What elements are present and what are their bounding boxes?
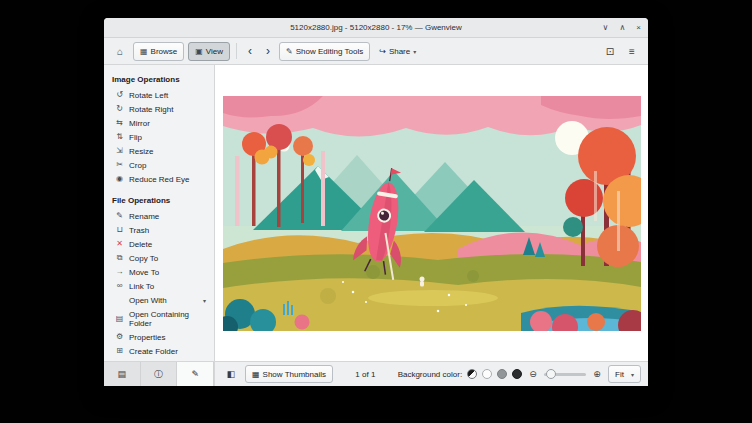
close-icon[interactable]: × — [636, 24, 641, 32]
select-region-button[interactable]: ⊡ — [601, 42, 619, 61]
link-icon: ∞ — [115, 282, 124, 290]
sidebar-item-label: Rotate Right — [129, 105, 173, 114]
show-editing-tools-button[interactable]: ✎ Show Editing Tools — [279, 42, 370, 61]
show-thumbnails-button[interactable]: ▦ Show Thumbnails — [245, 365, 333, 383]
thumbnails-grid-icon: ▦ — [252, 370, 260, 379]
background-swatch-gray[interactable] — [497, 369, 507, 379]
flip-icon: ⇅ — [115, 133, 124, 141]
zoom-out-icon[interactable]: ⊖ — [527, 369, 539, 379]
minimize-icon[interactable]: ∨ — [603, 24, 609, 32]
sidebar-item-label: Properties — [129, 333, 165, 342]
operations-sidebar: Image Operations ↺ Rotate Left ↻ Rotate … — [104, 65, 215, 361]
info-tab-icon: ⓘ — [154, 368, 163, 381]
sidebar-item-label: Rename — [129, 212, 159, 221]
move-icon: → — [115, 268, 124, 276]
zoom-in-icon[interactable]: ⊕ — [591, 369, 603, 379]
back-button[interactable]: ‹ — [243, 42, 257, 61]
crop-icon: ✂ — [115, 161, 124, 169]
status-bar: ◧ ▦ Show Thumbnails 1 of 1 Background co… — [215, 362, 648, 386]
share-button[interactable]: ↪ Share ▾ — [374, 42, 421, 61]
sidebar-item-create-folder[interactable]: ⊞ Create Folder — [104, 344, 214, 358]
sidebar-item-label: Crop — [129, 161, 146, 170]
sidebar-item-open-with[interactable]: Open With ▾ — [104, 293, 214, 307]
sidebar-item-link-to[interactable]: ∞ Link To — [104, 279, 214, 293]
background-swatch-dark[interactable] — [512, 369, 522, 379]
copy-icon: ⧉ — [115, 254, 124, 262]
toolbar: ⌂ ▦ Browse ▣ View ‹ › ✎ Show Editing Too… — [104, 38, 648, 65]
sidebar-item-rotate-right[interactable]: ↻ Rotate Right — [104, 102, 214, 116]
sidebar-item-label: Open With — [129, 296, 167, 305]
show-thumbnails-label: Show Thumbnails — [263, 370, 326, 379]
show-editing-tools-label: Show Editing Tools — [296, 47, 363, 56]
sidebar-item-label: Create Folder — [129, 347, 178, 356]
sidebar-item-flip[interactable]: ⇅ Flip — [104, 130, 214, 144]
hamburger-menu-icon: ≡ — [629, 46, 635, 57]
rotate-right-icon: ↻ — [115, 105, 124, 113]
forward-button[interactable]: › — [261, 42, 275, 61]
background-color-label: Background color: — [398, 370, 462, 379]
folder-tab-icon: ▤ — [118, 369, 127, 379]
maximize-icon[interactable]: ∧ — [619, 24, 625, 32]
image-viewer-canvas[interactable] — [215, 65, 648, 361]
sidebar-item-label: Copy To — [129, 254, 158, 263]
zoom-mode-value: Fit — [615, 370, 624, 379]
forward-icon: › — [266, 44, 270, 58]
bottom-bar: ▤ ⓘ ✎ ◧ ▦ Show Thumbnails 1 of 1 Backgro… — [104, 361, 648, 386]
zoom-slider[interactable] — [544, 373, 586, 376]
file-operations-header: File Operations — [104, 193, 214, 209]
mirror-icon: ⇆ — [115, 119, 124, 127]
folder-icon: ▤ — [115, 315, 124, 323]
hamburger-menu-button[interactable]: ≡ — [623, 42, 641, 61]
tab-information[interactable]: ⓘ — [141, 362, 178, 386]
toggle-sidebar-button[interactable]: ◧ — [222, 365, 240, 383]
sidebar-item-open-containing-folder[interactable]: ▤ Open Containing Folder — [104, 307, 214, 330]
gear-icon: ⚙ — [115, 333, 124, 341]
sidebar-item-reduce-red-eye[interactable]: ◉ Reduce Red Eye — [104, 172, 214, 186]
edit-tab-icon: ✎ — [191, 369, 199, 379]
background-swatch-light[interactable] — [482, 369, 492, 379]
sidebar-item-trash[interactable]: ⊔ Trash — [104, 223, 214, 237]
sidebar-item-mirror[interactable]: ⇆ Mirror — [104, 116, 214, 130]
share-icon: ↪ — [379, 47, 386, 56]
combobox-chevron-down-icon: ▾ — [631, 371, 634, 378]
home-button[interactable]: ⌂ — [111, 42, 129, 61]
sidebar-item-delete[interactable]: ✕ Delete — [104, 237, 214, 251]
window-title: 5120x2880.jpg - 5120x2880 - 17% — Gwenvi… — [290, 23, 462, 32]
content-area: Image Operations ↺ Rotate Left ↻ Rotate … — [104, 65, 648, 361]
sidebar-item-move-to[interactable]: → Move To — [104, 265, 214, 279]
zoom-slider-handle[interactable] — [546, 369, 556, 379]
gwenview-window: 5120x2880.jpg - 5120x2880 - 17% — Gwenvi… — [104, 18, 648, 386]
sidebar-item-copy-to[interactable]: ⧉ Copy To — [104, 251, 214, 265]
delete-icon: ✕ — [115, 240, 124, 248]
view-image-icon: ▣ — [195, 47, 203, 56]
new-folder-icon: ⊞ — [115, 347, 124, 355]
sidebar-item-rotate-left[interactable]: ↺ Rotate Left — [104, 88, 214, 102]
sidebar-item-label: Trash — [129, 226, 149, 235]
zoom-mode-combobox[interactable]: Fit ▾ — [608, 365, 641, 383]
image-operations-header: Image Operations — [104, 72, 214, 88]
titlebar[interactable]: 5120x2880.jpg - 5120x2880 - 17% — Gwenvi… — [104, 18, 648, 38]
sidebar-item-crop[interactable]: ✂ Crop — [104, 158, 214, 172]
section-gap — [104, 186, 214, 193]
trash-icon: ⊔ — [115, 226, 124, 234]
sidebar-item-label: Rotate Left — [129, 91, 168, 100]
browse-button-label: Browse — [151, 47, 178, 56]
sidebar-toggle-icon: ◧ — [227, 369, 236, 379]
view-button[interactable]: ▣ View — [188, 42, 230, 61]
sidebar-item-rename[interactable]: ✎ Rename — [104, 209, 214, 223]
browse-button[interactable]: ▦ Browse — [133, 42, 184, 61]
image-counter: 1 of 1 — [355, 370, 375, 379]
home-icon: ⌂ — [117, 46, 123, 57]
resize-icon: ⇲ — [115, 147, 124, 155]
select-region-icon: ⊡ — [606, 46, 614, 57]
background-swatch-auto[interactable] — [467, 369, 477, 379]
sidebar-item-properties[interactable]: ⚙ Properties — [104, 330, 214, 344]
sidebar-item-label: Open Containing Folder — [129, 310, 206, 328]
sidebar-item-label: Flip — [129, 133, 142, 142]
back-icon: ‹ — [248, 44, 252, 58]
sidebar-item-resize[interactable]: ⇲ Resize — [104, 144, 214, 158]
tab-folders[interactable]: ▤ — [104, 362, 141, 386]
sidebar-item-label: Delete — [129, 240, 152, 249]
red-eye-icon: ◉ — [115, 175, 124, 183]
tab-operations[interactable]: ✎ — [177, 362, 214, 386]
